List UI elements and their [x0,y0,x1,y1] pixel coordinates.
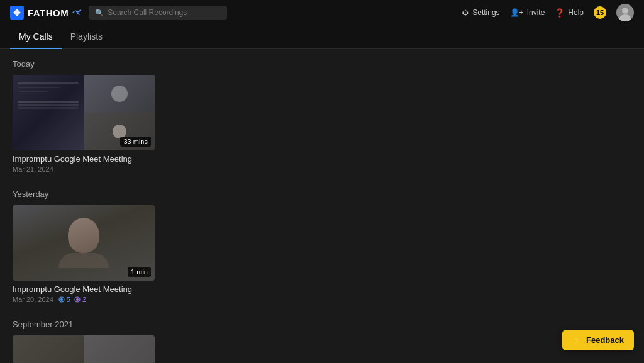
thumb-sept-right [84,335,155,363]
duration-badge-today-1: 33 mins [120,137,151,147]
notifications-count: 15 [596,9,604,16]
duration-badge-yesterday-1: 1 min [128,267,151,277]
tab-playlists[interactable]: Playlists [62,25,111,49]
notifications-badge[interactable]: 15 [594,6,606,19]
call-date-today-1: Mar 21, 2024 [13,165,53,173]
svg-point-2 [622,8,628,14]
search-input[interactable] [108,8,221,17]
call-card-yesterday-1[interactable]: 1 min Impromptu Google Meet Meeting Mar … [13,205,155,303]
stat-comments: 2 [74,296,86,303]
user-plus-icon: 👤+ [510,8,524,17]
thumbnail-today-1: 33 mins [13,75,155,150]
comment-icon [74,296,80,303]
tab-my-calls[interactable]: My Calls [10,25,62,49]
section-yesterday: Yesterday 1 min Impromptu Google Meet Me… [13,189,631,304]
call-stats-yesterday-1: 5 2 [58,296,86,303]
thumbnail-sept[interactable] [13,335,155,363]
section-sept-label: September 2021 [13,320,631,329]
highlight-icon [58,296,65,303]
tabs-bar: My Calls Playlists [0,25,644,49]
call-card-today-1[interactable]: 33 mins Impromptu Google Meet Meeting Ma… [13,75,155,173]
invite-button[interactable]: 👤+ Invite [510,8,545,17]
call-meta-yesterday-1: Mar 20, 2024 5 2 [13,296,155,303]
section-september-2021: September 2021 [13,320,631,363]
settings-label: Settings [472,8,499,17]
header: FATHOM 🔍 ⚙ Settings 👤+ Invite ❓ Help 15 [0,0,644,25]
settings-button[interactable]: ⚙ Settings [462,8,499,18]
highlight-count: 5 [67,296,70,303]
thumb-top-left [13,75,84,150]
fathom-logo-icon [10,6,24,20]
comment-count: 2 [82,296,86,303]
call-title-today-1: Impromptu Google Meet Meeting [13,154,155,164]
help-button[interactable]: ❓ Help [555,8,584,18]
thumbnail-yesterday-1: 1 min [13,205,155,281]
thumb-sept-left [13,335,84,363]
section-today: Today [13,59,631,174]
search-bar[interactable]: 🔍 [89,6,227,20]
call-title-yesterday-1: Impromptu Google Meet Meeting [13,284,155,294]
header-actions: ⚙ Settings 👤+ Invite ❓ Help 15 [462,4,634,21]
section-yesterday-label: Yesterday [13,189,631,199]
gear-icon: ⚙ [462,8,469,18]
invite-label: Invite [527,8,545,17]
search-icon: 🔍 [95,9,104,17]
call-meta-today-1: Mar 21, 2024 [13,165,155,173]
stat-highlights: 5 [58,296,70,303]
svg-point-5 [60,298,63,301]
help-label: Help [568,8,584,17]
bolt-icon: ⚡ [572,335,582,345]
call-date-yesterday-1: Mar 20, 2024 [13,296,53,303]
feedback-button[interactable]: ⚡ Feedback [562,330,634,350]
help-circle-icon: ❓ [555,8,565,18]
feedback-label: Feedback [586,335,624,345]
section-today-label: Today [13,59,631,69]
logo[interactable]: FATHOM [10,6,81,20]
fathom-bird-icon [72,9,81,16]
main-content: Today [0,49,644,363]
svg-point-7 [76,298,79,301]
avatar[interactable] [616,4,634,21]
logo-text: FATHOM [28,8,69,18]
thumb-top-right [84,75,155,113]
